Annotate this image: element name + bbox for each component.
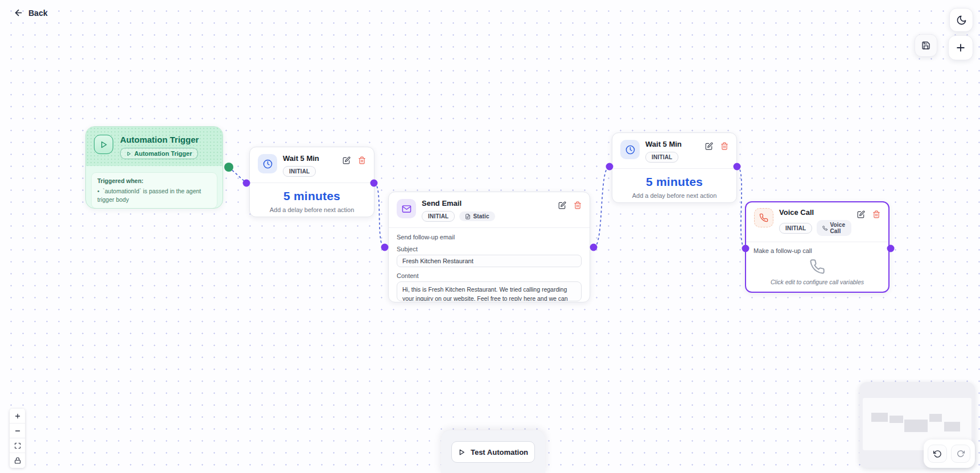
delete-icon[interactable] [358, 156, 366, 164]
save-button[interactable] [915, 34, 937, 57]
play-outline-icon [458, 449, 466, 456]
minimap-node [871, 413, 888, 422]
fit-view-button[interactable] [10, 438, 25, 453]
minimap-node [904, 420, 928, 432]
redo-button[interactable] [951, 445, 970, 463]
trigger-node-title: Automation Trigger [120, 135, 199, 144]
wait2-title: Wait 5 Min [645, 140, 699, 148]
trigger-condition-bullet: • `automationId` is passed in the agent … [97, 187, 211, 204]
node-send-email[interactable]: Send Email INITIAL Static Send follow-up [388, 192, 590, 302]
email-description: Send follow-up email [397, 234, 582, 240]
trigger-node-header: Automation Trigger Automation Trigger [86, 127, 223, 166]
edit-icon[interactable] [857, 210, 865, 218]
voice-initial-badge: INITIAL [779, 223, 812, 234]
wait1-duration: 5 minutes [256, 189, 368, 203]
zoom-in-button[interactable] [10, 409, 25, 424]
trigger-condition-box: Triggered when: • `automationId` is pass… [91, 172, 217, 209]
subject-label: Subject [397, 246, 582, 252]
wait2-initial-badge: INITIAL [645, 152, 678, 163]
minimap[interactable] [859, 382, 975, 468]
voice-type-badge: Voice Call [817, 220, 851, 236]
history-panel [924, 439, 975, 468]
delete-icon[interactable] [720, 142, 728, 150]
edge-email-wait2 [594, 167, 610, 247]
back-label: Back [28, 9, 47, 18]
email-title: Send Email [422, 199, 553, 208]
minimap-node [944, 422, 960, 431]
phone-small-icon [822, 226, 827, 231]
plus-icon [955, 42, 966, 53]
handle-email-right[interactable] [590, 244, 598, 251]
play-icon [94, 135, 113, 154]
node-automation-trigger[interactable]: Automation Trigger Automation Trigger Tr… [85, 126, 223, 209]
moon-icon [956, 15, 967, 26]
edge-wait1-email [374, 183, 385, 247]
delete-icon[interactable] [872, 210, 880, 218]
wait1-title: Wait 5 Min [283, 154, 337, 163]
edge-trigger-wait1 [229, 167, 246, 183]
wait2-hint: Add a delay before next action [618, 192, 731, 199]
edge-wait2-voice [737, 167, 746, 248]
node-voice-call[interactable]: Voice Call INITIAL Voice Call Make a fol… [745, 201, 890, 293]
node-wait-1[interactable]: Wait 5 Min INITIAL 5 minutes Add a delay… [249, 147, 374, 217]
back-button[interactable]: Back [14, 8, 47, 18]
trigger-type-badge: Automation Trigger [120, 148, 198, 159]
voice-hint: Click edit to configure call variables [753, 279, 881, 285]
lock-button[interactable] [10, 453, 25, 468]
canvas-controls [10, 409, 25, 468]
test-automation-label: Test Automation [471, 448, 528, 457]
clock-icon [258, 154, 277, 173]
file-icon [465, 214, 471, 219]
wait2-duration: 5 minutes [618, 175, 731, 189]
delete-icon[interactable] [574, 201, 582, 209]
voice-description: Make a follow-up call [753, 247, 881, 254]
content-textarea[interactable]: Hi, this is Fresh Kitchen Restaurant. We… [397, 281, 582, 301]
dark-mode-toggle-button[interactable] [949, 8, 973, 32]
email-static-badge: Static [459, 211, 495, 221]
voice-title: Voice Call [779, 208, 851, 217]
wait1-initial-badge: INITIAL [283, 166, 316, 177]
phone-icon [754, 208, 773, 227]
edit-icon[interactable] [705, 142, 713, 150]
handle-trigger-source[interactable] [224, 163, 233, 172]
handle-email-left[interactable] [381, 244, 389, 251]
zoom-out-button[interactable] [10, 424, 25, 438]
phone-placeholder-icon [753, 259, 881, 275]
add-node-button[interactable] [948, 35, 973, 60]
clock-icon [620, 140, 640, 159]
edit-icon[interactable] [343, 156, 351, 164]
arrow-left-icon [14, 8, 23, 18]
wait1-hint: Add a delay before next action [256, 206, 368, 213]
content-label: Content [397, 272, 582, 279]
minimap-node [890, 416, 903, 423]
test-automation-panel: Test Automation [441, 430, 545, 473]
email-initial-badge: INITIAL [422, 211, 455, 222]
save-icon [921, 41, 930, 50]
subject-input[interactable]: Fresh Kitchen Restaurant [397, 255, 582, 267]
minimap-node [929, 414, 942, 422]
node-wait-2[interactable]: Wait 5 Min INITIAL 5 minutes Add a delay… [612, 132, 737, 203]
play-outline-icon [126, 151, 131, 156]
undo-button[interactable] [928, 445, 947, 463]
mail-icon [397, 199, 416, 218]
test-automation-button[interactable]: Test Automation [451, 441, 535, 463]
trigger-condition-title: Triggered when: [97, 177, 211, 184]
edit-icon[interactable] [558, 201, 566, 209]
